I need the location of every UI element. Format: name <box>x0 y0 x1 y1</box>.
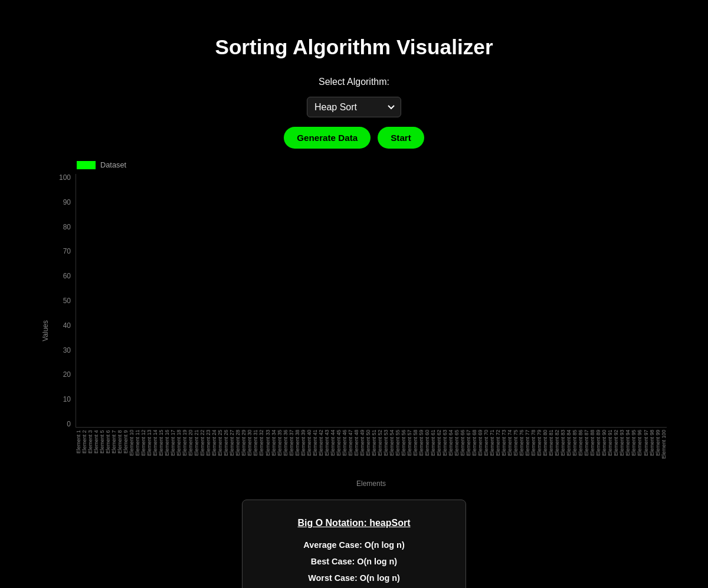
best-case: Best Case: O(n log n) <box>260 557 448 566</box>
x-axis-label: Element 90 <box>601 430 607 477</box>
x-axis-label: Element 97 <box>643 430 649 477</box>
x-axis-label: Element 69 <box>477 430 483 477</box>
chart-legend: Dataset <box>41 160 667 169</box>
x-axis-label: Element 11 <box>135 430 140 477</box>
average-case: Average Case: O(n log n) <box>260 540 448 550</box>
x-axis-label: Element 41 <box>312 430 318 477</box>
legend-label: Dataset <box>100 160 126 169</box>
x-axis-label: Element 49 <box>359 430 365 477</box>
x-axis-label: Element 79 <box>536 430 542 477</box>
x-axis-label: Element 100 <box>661 430 667 477</box>
x-axis-label: Element 34 <box>271 430 277 477</box>
x-axis-label: Element 44 <box>330 430 336 477</box>
x-axis-label: Element 31 <box>253 430 258 477</box>
x-axis-label: Element 52 <box>377 430 383 477</box>
page-title: Sorting Algorithm Visualizer <box>0 35 708 59</box>
select-label: Select Algorithm: <box>319 77 389 87</box>
legend-color-swatch <box>77 161 96 169</box>
x-axis-label: Element 80 <box>542 430 548 477</box>
x-axis-label: Element 3 <box>87 430 93 477</box>
x-axis-label: Element 19 <box>182 430 188 477</box>
x-axis-label: Element 71 <box>489 430 495 477</box>
y-axis-label: 80 <box>63 224 71 231</box>
x-axis-label: Element 84 <box>566 430 572 477</box>
y-axis: 0102030405060708090100 <box>52 174 76 428</box>
x-axis-label: Element 61 <box>430 430 436 477</box>
x-axis-label: Element 73 <box>501 430 507 477</box>
x-axis-label: Element 25 <box>217 430 223 477</box>
x-axis-label: Element 18 <box>176 430 182 477</box>
x-axis-label: Element 39 <box>300 430 306 477</box>
y-axis-label: 70 <box>63 248 71 255</box>
x-axis-label: Element 86 <box>578 430 584 477</box>
algorithm-select[interactable]: Heap SortBubble SortQuick SortMerge Sort… <box>307 97 401 117</box>
x-axis-label: Element 91 <box>607 430 613 477</box>
x-axis-label: Element 30 <box>247 430 253 477</box>
x-axis-label: Element 56 <box>401 430 407 477</box>
x-axis-label: Element 46 <box>342 430 348 477</box>
x-axis-label: Element 9 <box>123 430 129 477</box>
controls-section: Select Algorithm: Heap SortBubble SortQu… <box>0 77 708 149</box>
x-axis-label: Element 92 <box>613 430 619 477</box>
x-axis-label: Element 2 <box>81 430 87 477</box>
x-axis-label: Element 13 <box>146 430 152 477</box>
y-axis-label: 20 <box>63 371 71 378</box>
x-axis-label: Element 27 <box>229 430 235 477</box>
x-axis-label: Element 59 <box>418 430 424 477</box>
generate-data-button[interactable]: Generate Data <box>284 127 371 149</box>
x-axis-label: Element 40 <box>306 430 312 477</box>
x-axis-label: Element 48 <box>353 430 359 477</box>
info-box: Big O Notation: heapSort Average Case: O… <box>242 500 466 588</box>
x-axis-label: Element 94 <box>625 430 631 477</box>
x-axis-label: Element 85 <box>572 430 578 477</box>
x-axis-label: Element 7 <box>111 430 117 477</box>
x-axis-label: Element 6 <box>105 430 111 477</box>
x-axis-label: Element 68 <box>471 430 477 477</box>
start-button[interactable]: Start <box>378 127 424 149</box>
y-axis-label: 100 <box>59 174 71 181</box>
x-axis-label: Element 62 <box>436 430 442 477</box>
x-axis-label: Element 33 <box>265 430 271 477</box>
x-axis-label: Element 5 <box>99 430 105 477</box>
y-axis-label: 40 <box>63 322 71 329</box>
y-axis-label: 90 <box>63 199 71 206</box>
x-axis-label: Element 70 <box>483 430 489 477</box>
x-axis-title: Elements <box>76 479 667 488</box>
x-axis-label: Element 43 <box>324 430 330 477</box>
x-axis-label: Element 88 <box>589 430 595 477</box>
x-axis-label: Element 42 <box>318 430 324 477</box>
x-axis-label: Element 10 <box>129 430 135 477</box>
x-axis-label: Element 21 <box>194 430 199 477</box>
x-axis-label: Element 53 <box>383 430 389 477</box>
x-axis-label: Element 36 <box>283 430 289 477</box>
x-axis-label: Element 23 <box>205 430 211 477</box>
x-axis-label: Element 45 <box>336 430 342 477</box>
x-axis-label: Element 12 <box>140 430 146 477</box>
x-axis-label: Element 60 <box>424 430 430 477</box>
x-axis-label: Element 76 <box>519 430 525 477</box>
x-axis-label: Element 63 <box>442 430 448 477</box>
y-axis-label: 30 <box>63 347 71 354</box>
x-axis-label: Element 14 <box>152 430 158 477</box>
x-axis-label: Element 54 <box>389 430 395 477</box>
x-axis-label: Element 93 <box>619 430 625 477</box>
y-axis-label: 50 <box>63 297 71 304</box>
x-axis-label: Element 28 <box>235 430 241 477</box>
x-axis-label: Element 47 <box>348 430 353 477</box>
x-axis-label: Element 82 <box>554 430 560 477</box>
x-axis-label: Element 29 <box>241 430 247 477</box>
x-axis-label: Element 17 <box>170 430 176 477</box>
x-axis-label: Element 51 <box>371 430 377 477</box>
info-title: Big O Notation: heapSort <box>260 518 448 528</box>
x-axis-label: Element 72 <box>495 430 501 477</box>
x-axis-label: Element 26 <box>223 430 229 477</box>
x-axis-label: Element 77 <box>525 430 530 477</box>
chart-inner: Element 1Element 2Element 3Element 4Elem… <box>76 174 667 488</box>
x-axis-label: Element 58 <box>412 430 418 477</box>
x-axis-label: Element 55 <box>395 430 401 477</box>
y-axis-title: Values <box>41 320 50 341</box>
x-axis-label: Element 50 <box>365 430 371 477</box>
x-axis-label: Element 37 <box>289 430 294 477</box>
x-axis-label: Element 89 <box>595 430 601 477</box>
x-axis-label: Element 1 <box>76 430 81 477</box>
